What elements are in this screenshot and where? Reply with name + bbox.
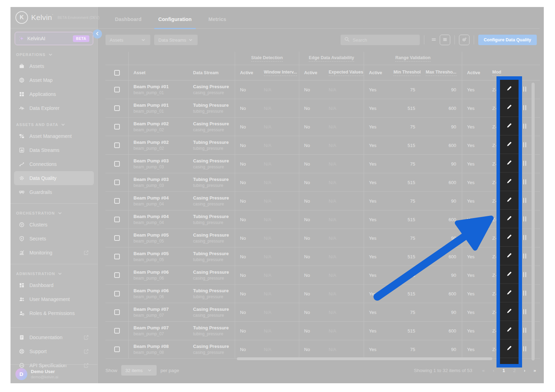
first-page-button[interactable]: « [482, 368, 485, 373]
asset-cell: Beam Pump #06beam_pump_06 [129, 285, 188, 303]
min-threshold-cell: 75 [389, 118, 421, 136]
row-checkbox[interactable] [114, 161, 120, 167]
row-checkbox[interactable] [114, 87, 120, 92]
tab-dashboard[interactable]: Dashboard [114, 16, 142, 28]
sidebar-item-asset-map[interactable]: Asset Map [14, 73, 94, 87]
sidebar-item-asset-management[interactable]: Asset Management [14, 129, 94, 143]
sidebar-item-label: Data Quality [29, 175, 56, 181]
row-checkbox[interactable] [114, 328, 120, 334]
sidebar-item-data-quality[interactable]: Data Quality [14, 171, 94, 185]
column-group-spacer [462, 52, 487, 65]
sidebar-item-secrets[interactable]: Secrets [14, 232, 94, 246]
row-checkbox[interactable] [114, 254, 120, 259]
max-threshold-cell: 90 [421, 155, 462, 173]
sidebar-item-documentation[interactable]: Documentation [14, 330, 94, 344]
configure-data-quality-button[interactable]: Configure Data Quality [478, 35, 537, 45]
max-threshold-cell: 90 [421, 303, 462, 321]
user-profile[interactable]: D Demo User demo@kelvin.ai [11, 364, 97, 383]
row-checkbox[interactable] [114, 198, 120, 204]
asset-cell: Beam Pump #05beam_pump_05 [129, 229, 188, 247]
beta-badge: BETA [73, 35, 89, 42]
max-threshold-cell: 90 [421, 229, 462, 247]
stale-active-cell: No [235, 155, 259, 173]
max-threshold-cell: 600 [421, 99, 462, 117]
asset-id: beam_pump_06 [133, 294, 183, 299]
sidebar-collapse-button[interactable] [93, 29, 102, 38]
select-all-checkbox[interactable] [114, 70, 120, 76]
sidebar-item-support[interactable]: Support [14, 344, 94, 358]
row-checkbox[interactable] [114, 346, 120, 352]
edge-expected-cell: N/A [324, 136, 364, 154]
detailed-rows-toggle[interactable] [440, 35, 450, 45]
asset-id: beam_pump_07 [133, 331, 183, 336]
sidebar-item-data-explorer[interactable]: Data Explorer [14, 101, 94, 115]
stale-active-cell: No [235, 99, 259, 117]
range-active-cell: Yes [364, 136, 389, 154]
column-header: Data Stream [188, 65, 235, 80]
partial-icon-fragment [523, 235, 527, 240]
toolbar: Assets Data Streams Co [105, 35, 537, 45]
edge-active-cell: No [299, 303, 324, 321]
page-button-2[interactable]: 2 [513, 368, 516, 373]
horizontal-scrollbar[interactable] [237, 357, 492, 360]
asset-name: Beam Pump #05 [133, 232, 183, 238]
partial-icon-fragment [523, 272, 527, 277]
edge-expected-cell: N/A [324, 285, 364, 303]
edge-active-cell: No [299, 118, 324, 136]
search-input[interactable] [352, 37, 416, 43]
sidebar-item-applications[interactable]: Applications [14, 87, 94, 101]
data-stream-cell: Tubing Pressuretubing_pressure [188, 99, 235, 117]
row-checkbox-cell [105, 118, 129, 136]
edge-active-cell: No [299, 210, 324, 229]
range-active-cell: Yes [364, 247, 389, 266]
data-stream-cell: Tubing Pressuretubing_pressure [188, 322, 235, 340]
tab-metrics[interactable]: Metrics [208, 16, 227, 28]
data-streams-filter-select[interactable]: Data Streams [154, 35, 198, 45]
row-checkbox[interactable] [114, 309, 120, 315]
vertical-scrollbar[interactable] [532, 83, 535, 360]
sidebar-item-clusters[interactable]: Clusters [14, 218, 94, 232]
asset-cell: Beam Pump #03beam_pump_03 [129, 173, 188, 191]
compact-rows-toggle[interactable] [429, 35, 439, 45]
sidebar-item-kelvinai[interactable]: KelvinAI BETA [15, 32, 93, 45]
sidebar-item-user-management[interactable]: User Management [14, 292, 94, 306]
assets-filter-select[interactable]: Assets [105, 35, 150, 45]
row-checkbox[interactable] [114, 235, 120, 241]
data-stream-cell: Tubing Pressuretubing_pressure [188, 285, 235, 303]
range-active-cell: Yes [364, 192, 389, 210]
row-checkbox-cell [105, 210, 129, 229]
column-header-label: Min Threshold [393, 70, 421, 76]
sidebar-item-label: Connections [29, 161, 57, 167]
sidebar-item-assets[interactable]: Assets [14, 59, 94, 73]
row-checkbox[interactable] [114, 272, 120, 278]
sidebar-item-dashboard[interactable]: Dashboard [14, 278, 94, 292]
row-checkbox[interactable] [114, 291, 120, 296]
asset-id: beam_pump_06 [133, 276, 183, 281]
min-threshold-cell: 515 [389, 99, 421, 117]
sidebar-item-data-streams[interactable]: Data Streams [14, 143, 94, 157]
row-checkbox[interactable] [114, 105, 120, 111]
column-header: Expected Values [324, 65, 364, 80]
asset-cell: Beam Pump #05beam_pump_05 [129, 247, 188, 266]
row-checkbox[interactable] [114, 124, 120, 130]
row-checkbox[interactable] [114, 180, 120, 185]
row-checkbox[interactable] [114, 217, 120, 222]
last-page-button[interactable]: » [533, 368, 536, 373]
results-summary: Showing 1 to 32 items of 53 [414, 368, 472, 373]
asset-cell: Beam Pump #02beam_pump_02 [129, 118, 188, 136]
page-size-select[interactable]: 32 items [121, 365, 157, 376]
asset-name: Beam Pump #07 [133, 307, 183, 312]
sidebar-item-roles-permissions[interactable]: Roles & Permissions [14, 306, 94, 320]
sidebar-item-monitoring[interactable]: Monitoring [14, 246, 94, 260]
tab-configuration[interactable]: Configuration [158, 16, 192, 28]
prev-page-button[interactable]: ‹ [493, 368, 494, 373]
sidebar-item-label: Asset Management [29, 133, 72, 139]
table-settings-button[interactable] [459, 35, 470, 45]
next-page-button[interactable]: › [524, 368, 526, 373]
page-button-1[interactable]: 1 [502, 368, 505, 373]
sidebar-item-connections[interactable]: Connections [14, 157, 94, 171]
min-threshold-cell: 515 [389, 210, 421, 229]
row-checkbox[interactable] [114, 142, 120, 148]
partial-icon-fragment [523, 328, 527, 333]
sidebar-item-guardrails[interactable]: Guardrails [14, 185, 94, 199]
